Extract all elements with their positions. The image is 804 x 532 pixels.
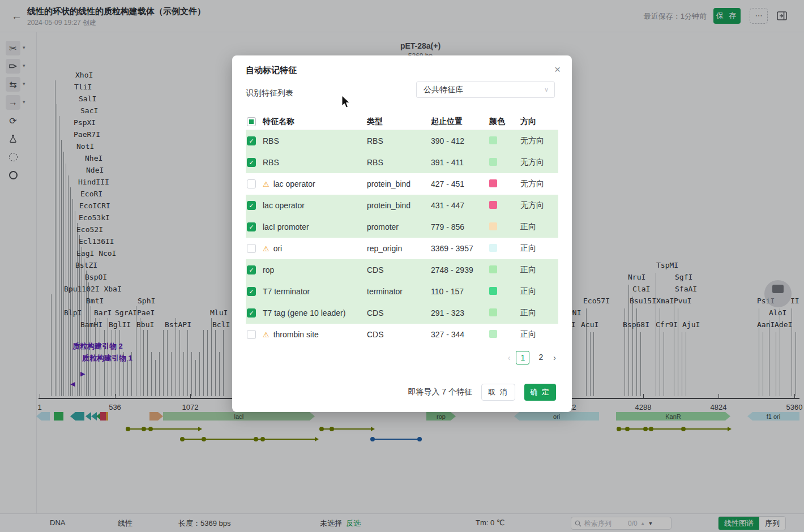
feature-direction-cell: 正向 bbox=[520, 308, 554, 318]
row-checkbox[interactable] bbox=[247, 244, 256, 253]
feature-type-cell: rep_origin bbox=[367, 244, 431, 253]
feature-color-cell bbox=[489, 179, 520, 189]
feature-name-cell: lac operator bbox=[263, 201, 367, 210]
row-checkbox[interactable]: ✓ bbox=[247, 308, 256, 318]
warning-icon: ⚠ bbox=[263, 331, 270, 339]
col-type: 类型 bbox=[367, 117, 431, 127]
row-checkbox[interactable]: ✓ bbox=[247, 287, 256, 296]
feature-name-cell: ⚠lac operator bbox=[263, 179, 367, 188]
color-swatch bbox=[489, 308, 497, 316]
color-swatch bbox=[489, 244, 497, 252]
feature-range-cell: 2748 - 2939 bbox=[431, 265, 489, 274]
feature-name-cell: rop bbox=[263, 265, 367, 274]
feature-range-cell: 431 - 447 bbox=[431, 201, 489, 210]
feature-range-cell: 779 - 856 bbox=[431, 222, 489, 231]
feature-name-cell: lacI promoter bbox=[263, 222, 367, 231]
feature-color-cell bbox=[489, 308, 520, 318]
feature-name: lacI promoter bbox=[263, 222, 309, 231]
feature-row[interactable]: ✓RBSRBS391 - 411无方向 bbox=[246, 152, 558, 173]
select-all-checkbox[interactable] bbox=[247, 117, 256, 126]
feature-name-cell: RBS bbox=[263, 158, 367, 167]
feature-type-cell: terminator bbox=[367, 287, 431, 296]
feature-name-cell: T7 tag (gene 10 leader) bbox=[263, 308, 367, 318]
feature-library-select[interactable]: 公共特征库 ∨ bbox=[416, 81, 555, 98]
feature-type-cell: RBS bbox=[367, 158, 431, 167]
pagination: ‹ 12 › bbox=[508, 351, 556, 364]
feature-type-cell: protein_bind bbox=[367, 179, 431, 188]
feature-row[interactable]: ✓lac operatorprotein_bind431 - 447无方向 bbox=[246, 195, 558, 216]
feature-name-cell: ⚠thrombin site bbox=[263, 330, 367, 339]
page-prev-icon[interactable]: ‹ bbox=[508, 353, 511, 362]
cancel-button[interactable]: 取 消 bbox=[481, 384, 515, 401]
color-swatch bbox=[489, 136, 497, 144]
feature-name-cell: T7 terminator bbox=[263, 287, 367, 296]
feature-name-cell: ⚠ori bbox=[263, 244, 367, 253]
color-swatch bbox=[489, 265, 497, 273]
row-checkbox[interactable] bbox=[247, 330, 256, 339]
feature-name: lac operator bbox=[273, 179, 315, 188]
color-swatch bbox=[489, 222, 497, 230]
feature-direction-cell: 无方向 bbox=[520, 179, 554, 189]
warning-icon: ⚠ bbox=[263, 244, 270, 253]
feature-color-cell bbox=[489, 330, 520, 340]
feature-table: 特征名称 类型 起止位置 颜色 方向 ✓RBSRBS390 - 412无方向✓R… bbox=[246, 113, 558, 345]
close-icon[interactable]: × bbox=[554, 63, 561, 76]
feature-row[interactable]: ✓T7 tag (gene 10 leader)CDS291 - 323正向 bbox=[246, 302, 558, 324]
col-feature-name: 特征名称 bbox=[263, 117, 367, 127]
feature-name: RBS bbox=[263, 158, 279, 167]
feature-row[interactable]: ✓T7 terminatorterminator110 - 157正向 bbox=[246, 281, 558, 302]
feature-name: lac operator bbox=[263, 201, 305, 210]
warning-icon: ⚠ bbox=[263, 180, 270, 188]
feature-direction-cell: 正向 bbox=[520, 329, 554, 340]
feature-direction-cell: 正向 bbox=[520, 243, 554, 254]
feature-row[interactable]: ✓ropCDS2748 - 2939正向 bbox=[246, 259, 558, 281]
import-summary: 即将导入 7 个特征 bbox=[408, 387, 472, 397]
row-checkbox[interactable]: ✓ bbox=[247, 158, 256, 167]
confirm-button[interactable]: 确 定 bbox=[524, 384, 556, 401]
page-number-1[interactable]: 1 bbox=[516, 351, 529, 364]
row-checkbox[interactable]: ✓ bbox=[247, 136, 256, 145]
row-checkbox[interactable]: ✓ bbox=[247, 201, 256, 210]
feature-range-cell: 390 - 412 bbox=[431, 136, 489, 145]
feature-range-cell: 3369 - 3957 bbox=[431, 244, 489, 253]
dialog-footer: 即将导入 7 个特征 取 消 确 定 bbox=[408, 384, 556, 401]
feature-color-cell bbox=[489, 287, 520, 297]
feature-row[interactable]: ⚠orirep_origin3369 - 3957正向 bbox=[246, 238, 558, 259]
col-color: 颜色 bbox=[489, 117, 520, 127]
feature-type-cell: CDS bbox=[367, 265, 431, 274]
feature-name: ori bbox=[273, 244, 283, 253]
feature-row[interactable]: ⚠lac operatorprotein_bind427 - 451无方向 bbox=[246, 173, 558, 195]
row-checkbox[interactable] bbox=[247, 179, 256, 188]
feature-row[interactable]: ✓lacI promoterpromoter779 - 856正向 bbox=[246, 216, 558, 238]
feature-name: T7 terminator bbox=[263, 287, 310, 296]
feature-row[interactable]: ✓RBSRBS390 - 412无方向 bbox=[246, 130, 558, 152]
row-checkbox[interactable]: ✓ bbox=[247, 222, 256, 231]
col-direction: 方向 bbox=[520, 117, 554, 127]
feature-color-cell bbox=[489, 158, 520, 168]
feature-table-header: 特征名称 类型 起止位置 颜色 方向 bbox=[246, 113, 558, 130]
feature-direction-cell: 无方向 bbox=[520, 136, 554, 146]
color-swatch bbox=[489, 201, 497, 209]
feature-range-cell: 427 - 451 bbox=[431, 179, 489, 188]
dialog-title: 自动标记特征 bbox=[246, 65, 297, 76]
page-number-2[interactable]: 2 bbox=[534, 351, 548, 364]
color-swatch bbox=[489, 179, 497, 187]
chevron-down-icon: ∨ bbox=[544, 82, 549, 97]
feature-type-cell: RBS bbox=[367, 136, 431, 145]
feature-range-cell: 291 - 323 bbox=[431, 308, 489, 318]
feature-name: rop bbox=[263, 265, 274, 274]
feature-row[interactable]: ⚠thrombin siteCDS327 - 344正向 bbox=[246, 324, 558, 345]
feature-name: thrombin site bbox=[273, 330, 319, 339]
row-checkbox[interactable]: ✓ bbox=[247, 265, 256, 274]
feature-type-cell: CDS bbox=[367, 308, 431, 318]
feature-direction-cell: 正向 bbox=[520, 222, 554, 232]
page-next-icon[interactable]: › bbox=[553, 353, 556, 362]
feature-color-cell bbox=[489, 265, 520, 275]
feature-color-cell bbox=[489, 222, 520, 232]
auto-annotate-dialog: 自动标记特征 × 识别特征列表 公共特征库 ∨ 特征名称 类型 起止位置 颜色 … bbox=[232, 55, 572, 412]
feature-range-cell: 391 - 411 bbox=[431, 158, 489, 167]
feature-name-cell: RBS bbox=[263, 136, 367, 145]
col-range: 起止位置 bbox=[431, 117, 489, 127]
feature-range-cell: 110 - 157 bbox=[431, 287, 489, 296]
feature-type-cell: protein_bind bbox=[367, 201, 431, 210]
